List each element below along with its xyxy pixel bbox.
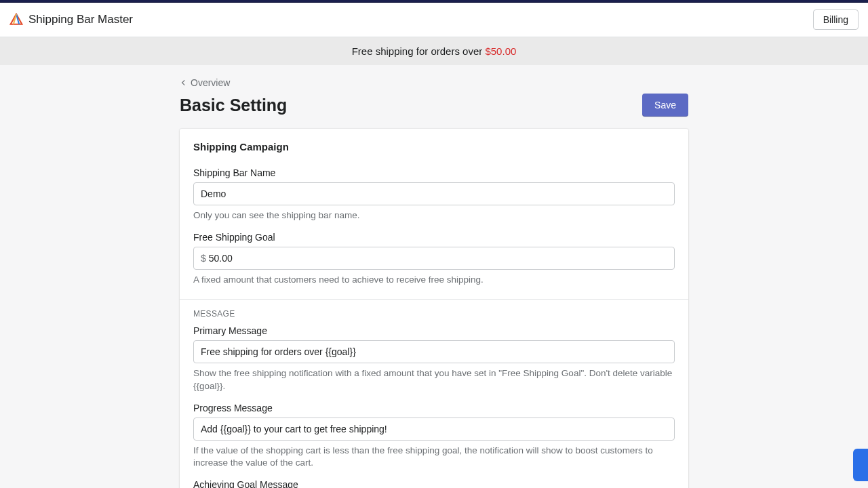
field-free-shipping-goal: Free Shipping Goal $ A fixed amount that…	[193, 232, 675, 287]
field-shipping-bar-name: Shipping Bar Name Only you can see the s…	[193, 167, 675, 222]
help-primary-message: Show the free shipping notification with…	[193, 367, 675, 393]
input-shipping-bar-name[interactable]	[193, 182, 675, 205]
breadcrumb-overview[interactable]: Overview	[180, 77, 230, 88]
app-logo-icon	[9, 13, 23, 26]
input-progress-message[interactable]	[193, 418, 675, 441]
banner-price: $50.00	[485, 45, 516, 57]
label-achieving-message: Achieving Goal Message	[193, 479, 675, 488]
label-free-shipping-goal: Free Shipping Goal	[193, 232, 675, 243]
banner-text: Free shipping for orders over	[352, 45, 486, 57]
message-section-label: MESSAGE	[193, 309, 675, 319]
section-divider	[180, 299, 688, 300]
shipping-campaign-card: Shipping Campaign Shipping Bar Name Only…	[180, 129, 688, 488]
currency-prefix: $	[201, 253, 206, 264]
appbar: Shipping Bar Master Billing	[0, 3, 868, 37]
field-progress-message: Progress Message If the value of the sho…	[193, 403, 675, 470]
breadcrumb-label: Overview	[191, 77, 230, 88]
free-shipping-banner: Free shipping for orders over $50.00	[0, 37, 868, 65]
help-progress-message: If the value of the shopping cart is les…	[193, 445, 675, 470]
input-group-goal[interactable]: $	[193, 247, 675, 270]
label-progress-message: Progress Message	[193, 403, 675, 413]
card-title: Shipping Campaign	[193, 141, 675, 152]
page-title: Basic Setting	[180, 96, 287, 115]
label-shipping-bar-name: Shipping Bar Name	[193, 167, 675, 178]
input-primary-message[interactable]	[193, 340, 675, 363]
billing-button[interactable]: Billing	[813, 9, 859, 30]
input-free-shipping-goal[interactable]	[209, 247, 667, 269]
help-shipping-bar-name: Only you can see the shipping bar name.	[193, 209, 675, 222]
chat-widget-icon[interactable]	[853, 449, 868, 481]
help-free-shipping-goal: A fixed amount that customers need to ac…	[193, 274, 675, 287]
app-title: Shipping Bar Master	[28, 13, 813, 26]
field-achieving-message: Achieving Goal Message Show notification…	[193, 479, 675, 488]
chevron-left-icon	[180, 79, 188, 87]
field-primary-message: Primary Message Show the free shipping n…	[193, 325, 675, 393]
page-header: Basic Setting Save	[180, 94, 688, 117]
save-button[interactable]: Save	[642, 94, 688, 117]
label-primary-message: Primary Message	[193, 325, 675, 336]
